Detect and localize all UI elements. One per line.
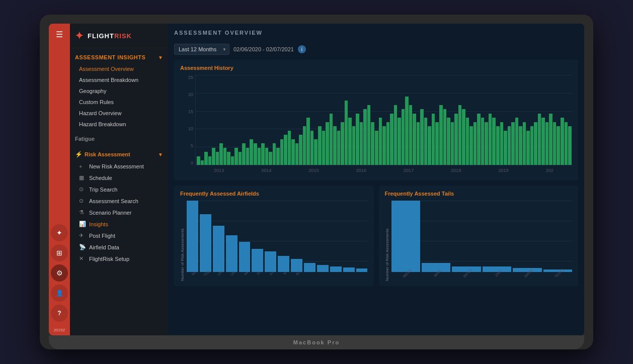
sidebar-item-airfield-data[interactable]: 📡 Airfield Data: [70, 241, 168, 253]
filter-bar: Last 12 Months 02/06/2020 - 02/07/2021 i: [174, 44, 578, 55]
bar: [515, 118, 519, 165]
bar: [409, 105, 413, 165]
y-label: 20: [188, 92, 193, 97]
laptop-model: MacBook Pro: [293, 339, 340, 345]
bar: [352, 126, 356, 165]
help-button[interactable]: ?: [51, 305, 68, 322]
bar: [363, 109, 367, 165]
bar: [269, 152, 272, 165]
bar: [398, 118, 401, 165]
bar: [288, 131, 291, 165]
hamburger-icon: ☰: [56, 31, 63, 39]
hamburger-button[interactable]: ☰: [49, 28, 70, 42]
bar: [227, 152, 230, 165]
sidebar-item-trip-search[interactable]: ⊙ Trip Search: [70, 184, 168, 195]
logo: ✦ FLIGHTRISK: [70, 24, 168, 48]
bottom-charts: Frequently Assessed Airfields Number of …: [174, 186, 578, 286]
bar: [318, 126, 322, 165]
plane-icon: ✈: [79, 232, 86, 239]
bar: [337, 131, 341, 165]
bar: [538, 114, 541, 165]
tails-chart: Number of Risk Assessments 992XA98XA997X…: [385, 201, 573, 281]
bar: [250, 139, 253, 165]
bar: [432, 114, 435, 165]
sidebar-item-schedule[interactable]: ▦ Schedule: [70, 172, 168, 184]
y-label: 15: [188, 109, 193, 114]
airfields-panel: Frequently Assessed Airfields Number of …: [174, 186, 374, 286]
tails-title: Frequently Assessed Tails: [385, 191, 573, 197]
bar: [477, 114, 481, 165]
gear-button[interactable]: ⚙: [51, 264, 68, 282]
bar: [435, 122, 439, 165]
bar: [485, 122, 488, 165]
bar: [504, 131, 507, 165]
bar: [299, 135, 302, 165]
bar: [234, 148, 238, 165]
x-label: 2015: [309, 168, 319, 173]
bar: [466, 118, 469, 165]
sidebar-item-assessment-breakdown[interactable]: Assessment Breakdown: [70, 74, 168, 85]
sidebar-item-custom-rules[interactable]: Custom Rules: [70, 97, 168, 108]
bars-container: [196, 75, 572, 165]
assessment-insights-header[interactable]: Assessment Insights ▼: [70, 51, 168, 63]
grid-icon: ⊞: [56, 249, 62, 257]
sidebar-item-label: Airfield Data: [89, 244, 119, 250]
assessment-history-title: Assessment History: [180, 65, 572, 71]
search-icon: ⊙: [79, 186, 86, 193]
chart-area: [195, 75, 572, 165]
sidebar-item-label: Scenario Planner: [89, 210, 131, 216]
assessment-history-panel: Assessment History 25 20 15 10 5 0: [174, 60, 578, 180]
sidebar-item-new-risk-assessment[interactable]: + New Risk Assessment: [70, 161, 168, 172]
y-label: 5: [191, 143, 193, 148]
user-button[interactable]: 👤: [51, 285, 68, 302]
y-label: 0: [191, 160, 193, 165]
bar: [565, 122, 568, 165]
sidebar-item-assessment-overview[interactable]: Assessment Overview: [70, 63, 168, 74]
sidebar-item-post-flight[interactable]: ✈ Post Flight: [70, 230, 168, 241]
bar: [413, 114, 416, 165]
grid-button[interactable]: ⊞: [51, 244, 68, 261]
bar: [379, 118, 382, 165]
y-axis: 25 20 15 10 5 0: [180, 75, 195, 165]
sidebar-item-hazard-breakdown[interactable]: Hazard Breakdown: [70, 119, 168, 130]
bar: [265, 148, 269, 165]
y-label: 10: [188, 126, 193, 131]
bar: [462, 109, 465, 165]
compass-button[interactable]: ✦: [51, 224, 68, 241]
x-label: 2019: [499, 168, 509, 173]
sidebar-item-flightrisk-setup[interactable]: ✕ FlightRisk Setup: [70, 253, 168, 264]
y-label: 25: [188, 75, 193, 80]
tails-chart-area: 992XA98XA997XA234T0A032TEST3: [391, 201, 573, 281]
bar: [382, 126, 386, 165]
bar: [405, 97, 409, 165]
bar: [481, 118, 485, 165]
airfields-chart-area: NLTEBUHUH4AFISTN4C: [187, 201, 368, 281]
sidebar-item-insights[interactable]: 📊 Insights: [70, 218, 168, 230]
sidebar-item-hazard-overview[interactable]: Hazard Overview: [70, 108, 168, 119]
risk-assessment-header[interactable]: ⚡ Risk Assessment ▼: [70, 148, 168, 161]
sidebar-item-assessment-search[interactable]: ⊙ Assessment Search: [70, 195, 168, 207]
bar: [242, 143, 246, 165]
sidebar-item-label: Post Flight: [89, 233, 115, 239]
airfield-bars: [187, 201, 368, 272]
info-button[interactable]: i: [298, 45, 306, 53]
period-select-wrap[interactable]: Last 12 Months: [174, 44, 229, 55]
bar: [568, 126, 572, 165]
sidebar-item-label: Assessment Breakdown: [79, 77, 138, 83]
bar: [534, 122, 537, 165]
bar: [261, 143, 265, 165]
bar: [375, 131, 378, 165]
sidebar-item-label: Schedule: [89, 175, 112, 181]
sidebar-item-geography[interactable]: Geography: [70, 85, 168, 97]
bar: [197, 156, 200, 165]
search-icon: ⊙: [79, 198, 86, 204]
bar: [500, 122, 504, 165]
bar: [223, 148, 227, 165]
period-select[interactable]: Last 12 Months: [174, 44, 229, 55]
bar: [541, 118, 545, 165]
tails-panel: Frequently Assessed Tails Number of Risk…: [379, 186, 579, 286]
x-label: 202: [546, 168, 553, 173]
antenna-icon: 📡: [79, 244, 86, 250]
sidebar-item-scenario-planner[interactable]: ⚗ Scenario Planner: [70, 207, 168, 218]
bar: [511, 122, 515, 165]
